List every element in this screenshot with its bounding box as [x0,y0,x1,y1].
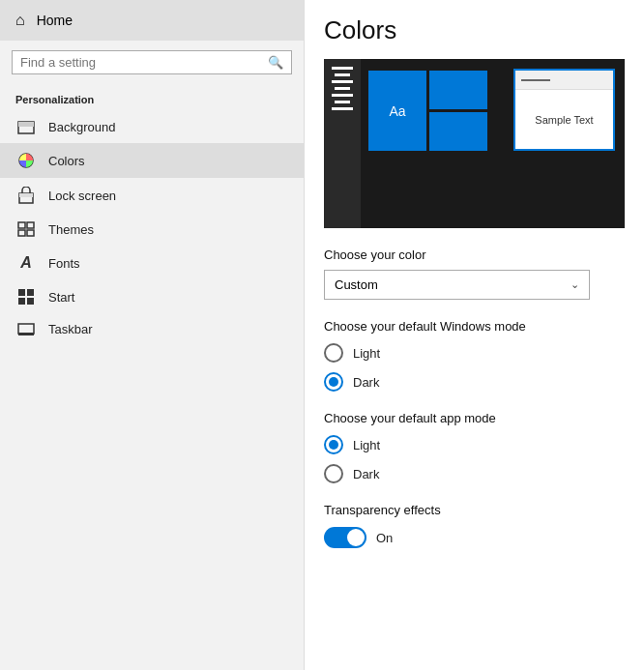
colors-icon [15,152,37,169]
taskbar-icon [15,323,37,336]
preview-bar-line-3 [332,80,353,83]
sidebar-item-themes-label: Themes [48,222,94,237]
app-mode-radio-group: Light Dark [324,435,625,483]
windows-mode-radio-group: Light Dark [324,343,625,392]
windows-mode-dark-radio[interactable] [324,372,343,392]
app-mode-light-radio[interactable] [324,435,343,454]
preview-title-line [521,79,550,81]
app-mode-label: Choose your default app mode [324,411,625,425]
app-mode-dark-option[interactable]: Dark [324,464,625,483]
app-mode-light-label: Light [353,438,380,452]
sidebar-item-colors[interactable]: Colors [0,143,304,178]
sidebar-item-start-label: Start [48,290,74,305]
preview-sample-text: Sample Text [535,114,593,126]
search-input[interactable] [20,55,268,70]
preview-bar-line-7 [332,107,353,110]
svg-rect-8 [27,230,34,236]
preview-window-titlebar [515,71,613,90]
lock-screen-icon [15,187,37,204]
svg-rect-1 [18,122,34,127]
color-dropdown-value: Custom [335,277,378,292]
windows-mode-light-option[interactable]: Light [324,343,625,363]
preview-tile-bottom-left [429,112,487,151]
svg-rect-13 [18,324,34,334]
windows-mode-dark-radio-fill [329,377,338,387]
home-icon: ⌂ [15,12,25,29]
svg-rect-14 [18,333,34,335]
preview-taskbar [324,59,361,228]
transparency-label: Transparency effects [324,503,625,517]
preview-bar-line-2 [335,73,350,76]
sidebar-item-background-label: Background [48,120,115,134]
sidebar-nav: Background Colors [0,111,304,345]
svg-rect-11 [18,298,25,305]
app-mode-dark-label: Dark [353,467,379,481]
transparency-toggle-state: On [376,531,393,545]
main-content: Colors Aa Sample Text [305,0,644,670]
svg-rect-6 [27,222,34,228]
preview-bar-line-4 [335,87,350,90]
windows-mode-label: Choose your default Windows mode [324,319,625,334]
search-icon: 🔍 [268,55,283,70]
preview-window-body: Sample Text [515,90,613,149]
transparency-toggle-row: On [324,527,625,548]
svg-rect-12 [27,298,34,305]
svg-rect-4 [19,193,33,197]
sidebar-item-fonts[interactable]: A Fonts [0,246,304,280]
sidebar-item-background[interactable]: Background [0,111,304,143]
svg-rect-10 [27,289,34,296]
sidebar-item-taskbar-label: Taskbar [48,322,93,336]
sidebar-section-label: Personalization [0,84,304,111]
app-mode-light-radio-fill [329,440,338,450]
themes-icon [15,221,37,237]
windows-mode-dark-option[interactable]: Dark [324,372,625,392]
sidebar-item-themes[interactable]: Themes [0,213,304,246]
preview-window: Sample Text [513,69,615,151]
windows-mode-light-label: Light [353,346,380,361]
app-mode-light-option[interactable]: Light [324,435,625,454]
chevron-down-icon: ⌄ [571,278,579,291]
sidebar-item-colors-label: Colors [48,154,85,168]
windows-mode-dark-label: Dark [353,375,379,390]
preview-aa-text: Aa [389,103,405,119]
sidebar-home-button[interactable]: ⌂ Home [0,0,304,41]
background-icon [15,121,37,134]
color-dropdown[interactable]: Custom ⌄ [324,270,590,300]
transparency-toggle[interactable] [324,527,366,548]
svg-rect-9 [18,289,25,296]
preview-tiles: Aa [368,71,487,154]
preview-tile-main: Aa [368,71,426,151]
preview-tile-top-right [429,71,487,109]
svg-rect-7 [18,230,25,236]
preview-bar-line-6 [335,101,350,103]
page-title: Colors [324,15,625,45]
sidebar: ⌂ Home 🔍 Personalization Background [0,0,305,670]
preview-bar-line-5 [332,94,353,97]
sidebar-item-lock-screen[interactable]: Lock screen [0,178,304,213]
sidebar-item-fonts-label: Fonts [48,256,80,271]
fonts-icon: A [15,254,37,272]
sidebar-item-start[interactable]: Start [0,280,304,313]
svg-rect-5 [18,222,25,228]
sidebar-item-taskbar[interactable]: Taskbar [0,313,304,345]
preview-bar-line-1 [332,67,353,70]
toggle-knob [347,529,365,546]
choose-color-label: Choose your color [324,248,625,262]
start-icon [15,289,37,305]
windows-mode-light-radio[interactable] [324,343,343,363]
app-mode-dark-radio[interactable] [324,464,343,483]
colors-preview: Aa Sample Text [324,59,625,228]
search-box[interactable]: 🔍 [12,50,292,74]
sidebar-home-label: Home [37,13,73,28]
sidebar-item-lock-screen-label: Lock screen [48,189,116,203]
